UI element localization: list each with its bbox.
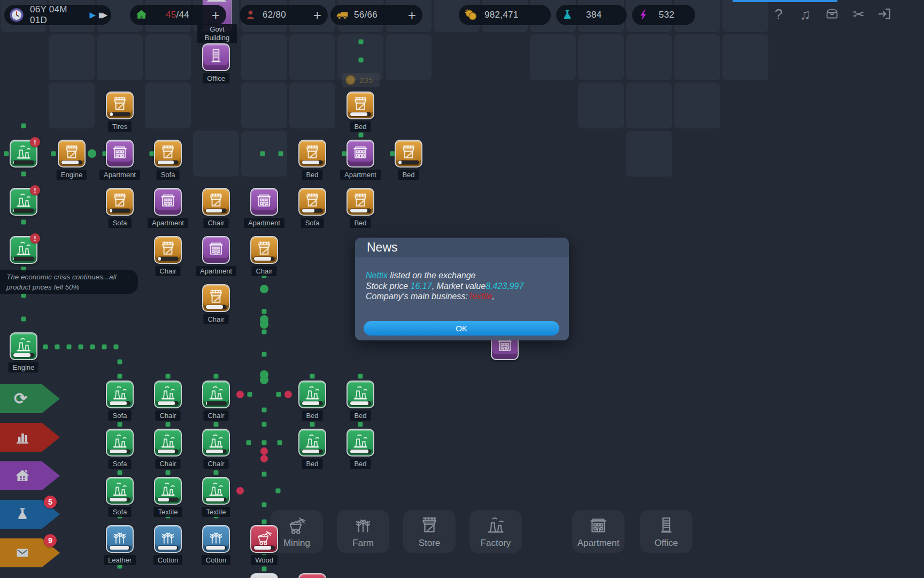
tile-progress-fill xyxy=(302,161,319,164)
flow-dot xyxy=(102,345,107,349)
tile-label: Apartment xyxy=(340,170,381,180)
tile-label: Bed xyxy=(350,410,371,421)
building-tile-apartment[interactable]: Apartment xyxy=(106,140,134,168)
store-icon xyxy=(110,190,130,210)
grid-cell xyxy=(145,82,191,128)
build-button-office[interactable]: Office xyxy=(640,510,692,553)
tile-progress-bar xyxy=(13,209,34,212)
flow-dot xyxy=(310,422,315,427)
play-button[interactable]: ▶ xyxy=(89,10,96,20)
building-tile[interactable] xyxy=(250,573,278,578)
add-logistics-button[interactable]: + xyxy=(408,8,416,22)
building-tile-bed[interactable]: Bed xyxy=(346,381,374,408)
flow-dot xyxy=(21,172,26,177)
build-button-store[interactable]: Store xyxy=(403,510,456,553)
building-tile-apartment[interactable]: Apartment xyxy=(202,236,230,264)
building-tile-chair[interactable]: Chair xyxy=(202,381,230,408)
research-value: 384 xyxy=(586,10,602,20)
building-tile-sofa[interactable]: Sofa xyxy=(106,188,134,216)
sidebar-item-production[interactable]: ⟳ xyxy=(0,384,60,413)
building-tile-office[interactable]: Office xyxy=(202,43,230,71)
building-tile[interactable] xyxy=(298,573,326,578)
building-tile-chair[interactable]: Chair xyxy=(202,284,230,312)
building-tile-sofa[interactable]: Sofa xyxy=(106,477,134,505)
building-tile-leather[interactable]: Leather xyxy=(106,525,134,553)
tile-progress-bar xyxy=(302,161,322,164)
tower-icon xyxy=(206,45,226,66)
help-button[interactable]: ? xyxy=(770,6,787,23)
building-tile-bed[interactable]: Bed xyxy=(298,429,326,457)
building-tile-tires[interactable]: Tires xyxy=(106,92,134,119)
exit-button[interactable] xyxy=(876,6,893,23)
wheat-icon xyxy=(110,527,130,547)
building-tile-cotton[interactable]: Cotton xyxy=(202,525,230,553)
building-tile[interactable]: ! xyxy=(10,236,37,264)
tile-progress-fill xyxy=(254,257,271,261)
pennant-shape xyxy=(0,461,60,490)
flask-icon xyxy=(14,506,31,523)
grid-cell xyxy=(626,82,672,128)
sidebar-item-mail[interactable]: 9 xyxy=(0,538,60,567)
build-button-factory[interactable]: Factory xyxy=(469,510,522,553)
treasure-chest-button[interactable] xyxy=(823,6,841,23)
sidebar-item-statistics[interactable] xyxy=(0,423,60,452)
building-tile-chair[interactable]: Chair xyxy=(202,188,230,216)
building-tile-engine[interactable]: Engine xyxy=(10,332,37,360)
stock-price-value: 16.17 xyxy=(411,282,432,291)
store-icon xyxy=(350,190,371,210)
building-tile-cotton[interactable]: Cotton xyxy=(154,525,182,553)
building-tile-textile[interactable]: Textile xyxy=(154,477,182,505)
building-tile-sofa[interactable]: Sofa xyxy=(106,429,134,457)
sidebar-item-research[interactable]: 5 xyxy=(0,500,60,529)
scissors-button[interactable]: ✂ xyxy=(850,6,867,23)
tile-label: Bed xyxy=(350,121,371,132)
building-tile-apartment[interactable]: Apartment xyxy=(250,188,278,216)
add-housing-button[interactable]: + xyxy=(212,8,220,22)
building-tile-bed[interactable]: Bed xyxy=(298,381,326,408)
building-tile-bed[interactable]: Bed xyxy=(346,188,374,216)
store-icon xyxy=(110,94,130,114)
build-button-farm[interactable]: Farm xyxy=(337,510,389,553)
building-tile-sofa[interactable]: Sofa xyxy=(106,381,134,408)
tile-progress-fill xyxy=(110,112,113,116)
pennant-shape xyxy=(0,423,60,452)
building-tile-textile[interactable]: Textile xyxy=(202,477,230,505)
building-tile[interactable]: ! xyxy=(10,140,37,168)
grid-cell xyxy=(386,34,432,80)
building-tile-chair[interactable]: Chair xyxy=(154,429,182,457)
building-tile-apartment[interactable]: Apartment xyxy=(346,140,374,168)
tile-progress-fill xyxy=(302,401,319,405)
cart-icon xyxy=(254,527,274,547)
store-icon xyxy=(254,238,274,258)
add-population-button[interactable]: + xyxy=(313,8,321,22)
ok-button[interactable]: OK xyxy=(364,321,559,336)
tile-progress-bar xyxy=(110,450,130,453)
building-tile-apartment[interactable]: Apartment xyxy=(154,188,182,216)
building-tile-engine[interactable]: Engine xyxy=(58,140,86,168)
building-tile[interactable]: ! xyxy=(10,188,37,216)
building-tile-chair[interactable]: Chair xyxy=(154,381,182,408)
building-tile-wood[interactable]: Wood xyxy=(250,525,278,553)
building-tile-bed[interactable]: Bed xyxy=(346,92,374,119)
top-bar: 06Y 04M 01D ▶ ▶▶ 45/44 + 62/80 + 56/66 +… xyxy=(0,0,924,31)
building-tile-chair[interactable]: Chair xyxy=(202,429,230,457)
sidebar-item-city[interactable] xyxy=(0,461,60,490)
factory-icon xyxy=(484,513,507,537)
factory-icon xyxy=(350,431,371,451)
building-tile-bed[interactable]: Bed xyxy=(395,140,422,168)
build-button-apartment[interactable]: Apartment xyxy=(572,510,625,553)
factory-icon xyxy=(302,383,322,403)
building-tile-bed[interactable]: Bed xyxy=(346,429,374,457)
building-tile-chair[interactable]: Chair xyxy=(250,236,278,264)
apartment-icon xyxy=(206,238,226,258)
game-clock: 06Y 04M 01D ▶ ▶▶ xyxy=(4,5,111,25)
fast-forward-button[interactable]: ▶▶ xyxy=(99,10,104,20)
building-tile-sofa[interactable]: Sofa xyxy=(298,188,326,216)
building-tile-chair[interactable]: Chair xyxy=(154,236,182,264)
building-tile-sofa[interactable]: Sofa xyxy=(154,140,182,168)
building-tile-bed[interactable]: Bed xyxy=(298,140,326,168)
build-button-mining[interactable]: Mining xyxy=(271,510,323,553)
music-button[interactable]: ♫ xyxy=(797,6,814,23)
housing-counter: 45/44 + xyxy=(130,5,226,25)
wheat-icon xyxy=(158,527,178,547)
